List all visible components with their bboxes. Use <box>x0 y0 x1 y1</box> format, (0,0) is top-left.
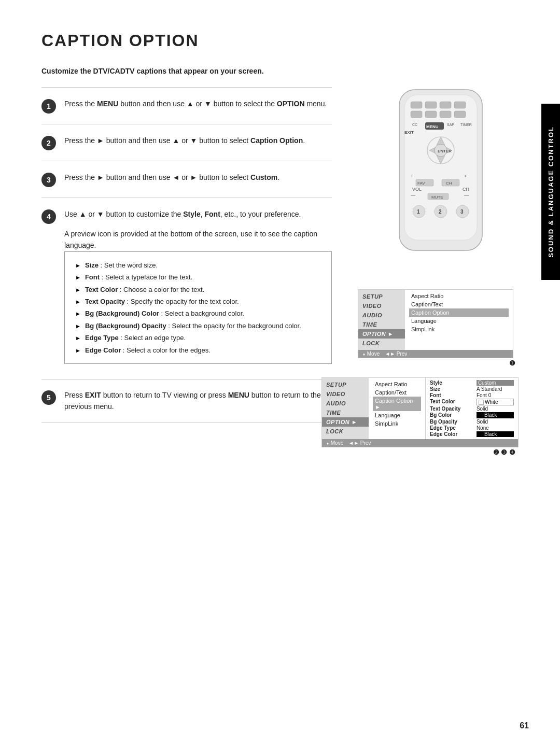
svg-text:—: — <box>411 193 415 198</box>
page-container: Sound & Language Control CAPTION OPTION … <box>0 0 560 746</box>
menu-right-aspect-1: Aspect Ratio <box>409 292 509 300</box>
step-2-text: Press the ► button and then use ▲ or ▼ b… <box>64 135 305 146</box>
svg-text:1: 1 <box>417 209 420 215</box>
menu-right-captionoption-1: Caption Option <box>409 308 509 317</box>
svg-text:CH: CH <box>463 187 469 192</box>
main-content: 1 Press the MENU button and then use ▲ o… <box>41 87 529 457</box>
svg-text:CH: CH <box>446 181 452 186</box>
bullet-text-textcolor: Text Color : Choose a color for the text… <box>85 284 204 295</box>
swatch-black-edge <box>478 432 483 437</box>
value-textcolor: White <box>477 399 514 405</box>
bullet-arrow-bgopacity: ► <box>75 321 81 332</box>
menu-right-language-1: Language <box>409 317 509 325</box>
bullet-arrow-size: ► <box>75 261 81 271</box>
menu-item-option-1: OPTION ► <box>358 329 405 339</box>
svg-text:3: 3 <box>460 209 464 215</box>
bullet-item-edgecolor: ► Edge Color : Select a color for the ed… <box>75 344 321 356</box>
value-style: Custom <box>477 380 514 386</box>
step-1-row: 1 Press the MENU button and then use ▲ o… <box>41 98 332 114</box>
menu-item-audio-1: AUDIO <box>358 311 405 320</box>
svg-text:FAV: FAV <box>417 181 425 186</box>
menu-nav-move-1: ⬧ Move <box>362 351 380 357</box>
menu-nav-bar-1: ⬧ Move ◄► Prev <box>358 350 513 358</box>
menu-wide-right: Style Custom Size A Standard Font Font 0… <box>426 378 518 439</box>
menu-wide-aspect: Aspect Ratio <box>373 380 421 388</box>
bullet-text-size: Size : Set the word size. <box>85 259 158 271</box>
value-bgopacity: Solid <box>477 419 514 425</box>
page-title: CAPTION OPTION <box>41 31 529 50</box>
intro-text: Customize the DTV/CADTV captions that ap… <box>41 66 301 77</box>
menu-wide-video: VIDEO <box>322 389 369 399</box>
side-label: Sound & Language Control <box>541 104 560 280</box>
label-bgopacity: Bg Opacity <box>430 419 472 425</box>
menu-screenshot-1-box: SETUP VIDEO AUDIO TIME OPTION ► LOCK Asp… <box>358 289 513 358</box>
step-2-circle: 2 <box>41 136 56 150</box>
label-style: Style <box>430 380 472 386</box>
value-textopacity: Solid <box>477 406 514 412</box>
screenshot-badge-1: ❶ <box>358 358 519 368</box>
remote-svg: CC MENU SAP TIMER EXIT <box>384 87 498 253</box>
svg-text:TIMER: TIMER <box>460 123 472 126</box>
menu-wide-setup: SETUP <box>322 380 369 389</box>
menu-wide-time: TIME <box>322 408 369 417</box>
label-textopacity: Text Opacity <box>430 406 472 412</box>
bullet-item-font: ► Font : Select a typeface for the text. <box>75 271 321 283</box>
remote-container: CC MENU SAP TIMER EXIT <box>363 87 519 263</box>
step-1-text: Press the MENU button and then use ▲ or … <box>64 98 327 109</box>
menu-wide-option: OPTION ► <box>322 417 369 427</box>
step-2-section: 2 Press the ► button and then use ▲ or ▼… <box>41 124 332 161</box>
swatch-white <box>479 400 484 405</box>
menu-wide-center: Aspect Ratio Caption/Text Caption Option… <box>369 378 426 439</box>
side-label-text: Sound & Language Control <box>547 126 555 258</box>
bullet-text-bgcolor: Bg (Background) Color : Select a backgro… <box>85 307 244 319</box>
bullet-arrow-edgecolor: ► <box>75 346 81 356</box>
step-2-row: 2 Press the ► button and then use ▲ or ▼… <box>41 135 332 150</box>
svg-text:—: — <box>464 193 469 198</box>
svg-rect-4 <box>440 102 451 108</box>
value-font: Font 0 <box>477 392 514 398</box>
svg-text:EXIT: EXIT <box>404 130 414 135</box>
menu-right-simplink-1: SimpLink <box>409 325 509 333</box>
step-5-section: 5 Press EXIT button to return to TV view… <box>41 379 332 423</box>
swatch-black-bg <box>478 413 483 418</box>
bullet-text-font: Font : Select a typeface for the text. <box>85 271 192 283</box>
screenshots-area: SETUP VIDEO AUDIO TIME OPTION ► LOCK Asp… <box>321 284 519 457</box>
page-number: 61 <box>520 721 529 730</box>
value-bgcolor: Black <box>477 412 514 418</box>
menu-item-setup-1: SETUP <box>358 292 405 301</box>
label-textcolor: Text Color <box>430 399 472 405</box>
bullet-arrow-bgcolor: ► <box>75 309 81 319</box>
svg-rect-3 <box>425 102 437 108</box>
menu-nav-prev-2: ◄► Prev <box>348 440 371 446</box>
svg-rect-2 <box>411 102 422 108</box>
step-1-section: 1 Press the MENU button and then use ▲ o… <box>41 87 332 124</box>
bullet-item-bgopacity: ► Bg (Background) Opacity : Select the o… <box>75 320 321 332</box>
step-3-row: 3 Press the ► button and then use ◄ or ►… <box>41 172 332 187</box>
bullet-item-bgcolor: ► Bg (Background) Color : Select a backg… <box>75 307 321 319</box>
menu-item-time-1: TIME <box>358 320 405 329</box>
menu-wide-left: SETUP VIDEO AUDIO TIME OPTION ► LOCK <box>322 378 369 439</box>
label-bgcolor: Bg Color <box>430 412 472 418</box>
value-edgetype: None <box>477 425 514 431</box>
svg-rect-5 <box>454 102 466 108</box>
bullet-arrow-textcolor: ► <box>75 285 81 295</box>
svg-text:SAP: SAP <box>447 123 454 126</box>
svg-text:MUTE: MUTE <box>431 195 443 200</box>
bullet-text-edgecolor: Edge Color : Select a color for the edge… <box>85 344 211 356</box>
bullet-item-textopacity: ► Text Opacity : Specify the opacity for… <box>75 295 321 307</box>
menu-wide-language: Language <box>373 411 421 419</box>
label-edgecolor: Edge Color <box>430 431 472 437</box>
step-4-section: 4 Use ▲ or ▼ button to customize the Sty… <box>41 198 332 374</box>
bullet-arrow-textopacity: ► <box>75 297 81 307</box>
right-column: CC MENU SAP TIMER EXIT <box>347 87 519 457</box>
step-3-text: Press the ► button and then use ◄ or ► b… <box>64 172 279 183</box>
step-5-circle: 5 <box>41 390 56 405</box>
step-3-section: 3 Press the ► button and then use ◄ or ►… <box>41 161 332 198</box>
menu-screenshot-2-box: SETUP VIDEO AUDIO TIME OPTION ► LOCK Asp… <box>321 377 519 447</box>
svg-rect-9 <box>454 111 466 118</box>
menu-nav-bar-2: ⬧ Move ◄► Prev <box>322 439 518 447</box>
bullet-item-edgetype: ► Edge Type : Select an edge type. <box>75 332 321 344</box>
step-4-row: 4 Use ▲ or ▼ button to customize the Sty… <box>41 208 332 224</box>
menu-nav-move-2: ⬧ Move <box>326 440 343 446</box>
svg-text:CC: CC <box>412 123 417 126</box>
